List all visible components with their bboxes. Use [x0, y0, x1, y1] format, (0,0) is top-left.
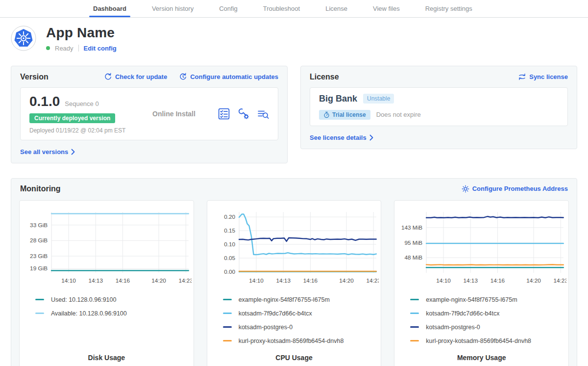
config-wrench-icon[interactable]: [238, 108, 249, 120]
license-card: License Sync license Big Bank Unstable: [300, 66, 577, 149]
sync-icon: [518, 73, 526, 80]
svg-text:0.20: 0.20: [224, 213, 235, 220]
tab-troubleshoot[interactable]: Troubleshoot: [263, 0, 300, 17]
install-type-label: Online Install: [145, 110, 218, 118]
page-title: App Name: [46, 26, 117, 41]
svg-text:0.15: 0.15: [224, 227, 235, 234]
channel-badge: Unstable: [363, 94, 394, 104]
legend-item: example-nginx-54f8f76755-l675m: [223, 293, 379, 307]
version-card-title: Version: [20, 73, 49, 81]
svg-text:14:13: 14:13: [464, 277, 478, 284]
svg-text:95 MiB: 95 MiB: [405, 239, 423, 246]
chart-title: Disk Usage: [22, 348, 192, 362]
legend-item: Available: 10.128.0.96:9100: [35, 307, 192, 320]
cpu-usage-legend: example-nginx-54f8f76755-l675mkotsadm-7f…: [223, 293, 379, 348]
legend-item: kurl-proxy-kotsadm-8569fb6454-dnvh8: [223, 334, 379, 348]
divider: [78, 45, 79, 52]
legend-swatch-icon: [410, 299, 419, 300]
legend-swatch-icon: [223, 326, 232, 328]
expiry-text: Does not expire: [376, 111, 421, 118]
see-license-details-link[interactable]: See license details: [310, 134, 373, 141]
disk-usage-legend: Used: 10.128.0.96:9100Available: 10.128.…: [35, 293, 192, 320]
kubernetes-logo-icon: [11, 26, 36, 51]
see-all-versions-link[interactable]: See all versions: [20, 148, 75, 156]
svg-text:0.10: 0.10: [224, 241, 235, 248]
deployed-timestamp: Deployed 01/19/22 @ 02:04 pm EST: [29, 127, 145, 134]
svg-text:14:10: 14:10: [61, 277, 76, 284]
configure-automatic-updates-button[interactable]: Configure automatic updates: [179, 73, 278, 81]
tab-config[interactable]: Config: [219, 0, 238, 17]
edit-config-link[interactable]: Edit config: [84, 45, 117, 52]
legend-swatch-icon: [410, 313, 419, 314]
legend-swatch-icon: [35, 299, 44, 300]
legend-swatch-icon: [410, 326, 419, 328]
app-header: App Name Ready Edit config: [0, 18, 588, 52]
check-for-update-button[interactable]: Check for update: [104, 73, 167, 81]
svg-text:14:23: 14:23: [178, 277, 191, 284]
deployed-badge: Currently deployed version: [29, 113, 115, 123]
legend-item: kotsadm-postgres-0: [223, 320, 379, 334]
sequence-label: Sequence 0: [65, 100, 98, 107]
svg-text:28 GiB: 28 GiB: [30, 237, 48, 244]
svg-text:14:23: 14:23: [366, 277, 379, 284]
legend-label: example-nginx-54f8f76755-l675m: [239, 296, 330, 303]
configure-prometheus-button[interactable]: Configure Prometheus Address: [462, 185, 568, 193]
svg-text:143 MiB: 143 MiB: [401, 224, 422, 231]
sync-license-button[interactable]: Sync license: [518, 73, 568, 80]
svg-text:14:20: 14:20: [339, 277, 354, 284]
tab-dashboard[interactable]: Dashboard: [93, 0, 126, 17]
status-dot: [46, 46, 50, 50]
memory-usage-chart-card: 14:1014:1314:1614:2014:2348 MiB95 MiB143…: [394, 200, 569, 366]
svg-text:14:13: 14:13: [276, 277, 291, 284]
preflight-checks-icon[interactable]: [218, 108, 230, 120]
cpu-usage-chart: 14:1014:1314:1614:2014:230.000.050.100.1…: [209, 207, 379, 289]
legend-label: kotsadm-postgres-0: [239, 324, 293, 331]
svg-text:0.05: 0.05: [224, 255, 235, 261]
svg-text:48 MiB: 48 MiB: [405, 254, 423, 261]
legend-swatch-icon: [223, 299, 232, 300]
monitoring-title: Monitoring: [20, 184, 61, 193]
svg-text:14:16: 14:16: [303, 277, 318, 284]
legend-item: kotsadm-postgres-0: [410, 320, 566, 334]
legend-item: kotsadm-7f9dc7d66c-b4tcx: [223, 307, 379, 320]
disk-usage-chart-card: 14:1014:1314:1614:2014:2319 GiB23 GiB28 …: [19, 200, 194, 366]
legend-swatch-icon: [223, 340, 232, 341]
tab-license[interactable]: License: [325, 0, 347, 17]
refresh-icon: [104, 73, 112, 81]
svg-text:14:20: 14:20: [527, 277, 541, 284]
chevron-right-icon: [369, 134, 373, 141]
license-card-title: License: [310, 73, 339, 81]
current-version-panel: 0.1.0 Sequence 0 Currently deployed vers…: [20, 87, 278, 140]
memory-usage-legend: example-nginx-54f8f76755-l675mkotsadm-7f…: [410, 293, 566, 348]
legend-swatch-icon: [410, 340, 419, 341]
tab-view-files[interactable]: View files: [373, 0, 400, 17]
legend-item: example-nginx-54f8f76755-l675m: [410, 293, 566, 307]
svg-text:19 GiB: 19 GiB: [30, 265, 48, 272]
legend-swatch-icon: [35, 313, 44, 314]
svg-text:14:16: 14:16: [490, 277, 505, 284]
chart-title: CPU Usage: [209, 348, 379, 362]
svg-text:14:10: 14:10: [437, 277, 451, 284]
legend-label: Used: 10.128.0.96:9100: [51, 296, 116, 303]
memory-usage-chart: 14:1014:1314:1614:2014:2348 MiB95 MiB143…: [396, 207, 566, 289]
version-card: Version Check for update Configure au: [11, 66, 288, 163]
gear-icon: [462, 185, 469, 193]
monitoring-card: Monitoring Configure Prometheus Address …: [11, 178, 577, 366]
svg-text:33 GiB: 33 GiB: [30, 221, 48, 228]
svg-text:23 GiB: 23 GiB: [30, 253, 48, 260]
svg-text:14:16: 14:16: [116, 277, 130, 284]
customer-name: Big Bank: [319, 94, 357, 104]
stopwatch-icon: [323, 111, 330, 118]
tab-registry-settings[interactable]: Registry settings: [425, 0, 472, 17]
tab-version-history[interactable]: Version history: [152, 0, 194, 17]
legend-label: example-nginx-54f8f76755-l675m: [426, 296, 517, 303]
legend-label: kotsadm-7f9dc7d66c-b4tcx: [239, 310, 312, 317]
schedule-update-icon: [179, 73, 187, 81]
status-text: Ready: [55, 45, 74, 52]
license-details-panel: Big Bank Unstable Trial license Does not…: [310, 87, 568, 126]
top-nav: Dashboard Version history Config Trouble…: [0, 0, 588, 18]
legend-item: kotsadm-7f9dc7d66c-b4tcx: [410, 307, 566, 320]
deploy-logs-icon[interactable]: [257, 108, 269, 120]
cpu-usage-chart-card: 14:1014:1314:1614:2014:230.000.050.100.1…: [207, 200, 382, 366]
legend-label: kurl-proxy-kotsadm-8569fb6454-dnvh8: [239, 338, 344, 344]
